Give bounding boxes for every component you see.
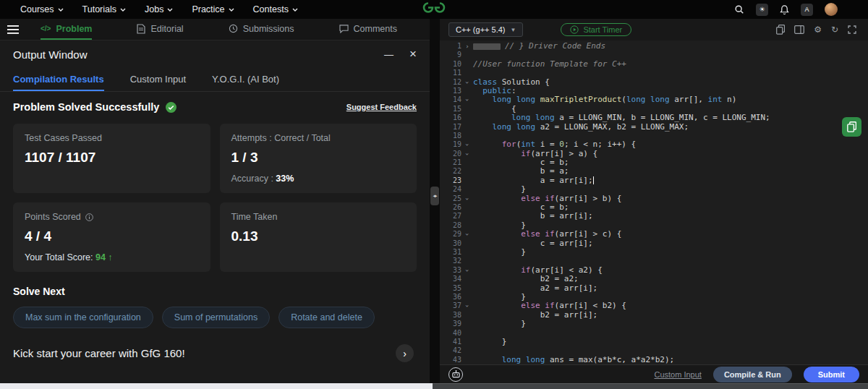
token: // } Driver Code Ends xyxy=(505,41,605,51)
right-panel: C++ (g++ 5.4) ▼ Start Timer ⚙ ↻ xyxy=(440,19,868,383)
token xyxy=(511,95,516,104)
card-label: Attempts : Correct / Total xyxy=(231,133,406,143)
code-text: // } Driver Code Ends xyxy=(473,42,605,51)
line-number: 20 xyxy=(440,150,461,158)
nav-item-courses[interactable]: Courses xyxy=(20,4,64,14)
token: arr[], xyxy=(670,95,708,104)
theme-toggle-icon[interactable]: ☀ xyxy=(756,4,768,16)
editor-toolbar-icons: ⚙ ↻ xyxy=(776,25,859,35)
divider-drag-handle[interactable]: ◂▸ xyxy=(430,187,439,205)
split-view-icon[interactable] xyxy=(794,25,804,34)
token: n) xyxy=(722,95,736,104)
language-selector[interactable]: C++ (g++ 5.4) ▼ xyxy=(448,22,523,37)
line-number: 9 xyxy=(440,51,461,59)
submit-button[interactable]: Submit xyxy=(804,367,859,382)
tab-comments[interactable]: Comments xyxy=(339,19,397,40)
minimize-icon[interactable]: — xyxy=(384,49,393,60)
tab-editorial[interactable]: Editorial xyxy=(137,19,183,40)
chevron-down-icon xyxy=(58,8,64,12)
line-number: 25 xyxy=(440,194,461,203)
hamburger-menu-icon[interactable] xyxy=(7,25,19,34)
nav-item-tutorials[interactable]: Tutorials xyxy=(82,4,126,14)
code-line[interactable]: 10//User function Template for C++ xyxy=(440,60,868,69)
code-editor[interactable]: 1›// } Driver Code Ends910//User functio… xyxy=(440,40,868,364)
token: c = b; xyxy=(473,158,569,167)
text-cursor xyxy=(593,176,594,184)
tab-submissions[interactable]: Submissions xyxy=(229,19,294,40)
info-icon[interactable] xyxy=(85,213,93,221)
fold-marker-icon[interactable]: › xyxy=(461,42,473,51)
gfg-logo[interactable] xyxy=(422,1,446,18)
copy-code-icon[interactable] xyxy=(776,25,785,35)
fullscreen-icon[interactable] xyxy=(848,25,856,34)
tab-compilation-results[interactable]: Compilation Results xyxy=(13,68,104,91)
search-icon[interactable] xyxy=(734,4,744,14)
code-line[interactable]: 31 } xyxy=(440,248,868,257)
token: if xyxy=(545,301,554,310)
token xyxy=(473,113,511,122)
tab-problem[interactable]: </>Problem xyxy=(41,19,92,40)
token: if xyxy=(521,149,530,158)
fold-marker-icon[interactable]: › xyxy=(461,140,473,149)
settings-gear-icon[interactable]: ⚙ xyxy=(814,25,822,35)
code-line[interactable]: 43 long long ans = max(a*b*c, a*a2*b2); xyxy=(440,356,868,364)
fold-marker-icon[interactable]: › xyxy=(461,150,473,158)
fold-gutter xyxy=(461,338,473,346)
start-timer-button[interactable]: Start Timer xyxy=(561,23,631,36)
fold-marker-icon[interactable]: › xyxy=(461,230,473,239)
fold-gutter xyxy=(461,87,473,95)
code-line[interactable]: 17 long long a2 = LLONG_MAX, b2 = LLONG_… xyxy=(440,123,868,132)
tab-custom-input[interactable]: Custom Input xyxy=(130,68,186,91)
nav-item-jobs[interactable]: Jobs xyxy=(145,4,173,14)
fold-marker-icon[interactable]: › xyxy=(461,266,473,275)
ai-assistant-icon[interactable] xyxy=(448,367,463,382)
nav-item-practice[interactable]: Practice xyxy=(192,4,234,14)
card-sub-value: 94 xyxy=(95,252,106,262)
token: if xyxy=(545,194,554,203)
up-arrow-icon: ↑ xyxy=(106,252,113,262)
token xyxy=(473,229,521,239)
tab-y-o-g-i-ai-bot[interactable]: Y.O.G.I. (AI Bot) xyxy=(212,68,279,91)
floating-copy-button[interactable] xyxy=(842,117,861,137)
nav-item-contests[interactable]: Contests xyxy=(253,4,298,14)
main-split: </>ProblemEditorialSubmissionsComments O… xyxy=(0,19,868,383)
token: ans = max(a*b*c, a*a2*b2); xyxy=(545,355,674,364)
token xyxy=(473,122,493,132)
suggestion-pill-max-sum-in-the-configuration[interactable]: Max sum in the configuration xyxy=(13,307,153,328)
fold-gutter xyxy=(461,158,473,167)
suggestion-pill-rotate-and-delete[interactable]: Rotate and delete xyxy=(278,307,375,328)
close-icon[interactable]: × xyxy=(409,47,417,61)
bell-icon[interactable] xyxy=(780,4,789,15)
token: long xyxy=(502,355,522,364)
fold-marker-icon[interactable]: › xyxy=(461,95,473,104)
token: } xyxy=(473,247,526,257)
token: } xyxy=(473,221,526,230)
token: } xyxy=(473,292,526,302)
custom-input-link[interactable]: Custom Input xyxy=(654,370,701,379)
user-avatar[interactable] xyxy=(825,3,838,16)
suggestion-pill-sum-of-permutations[interactable]: Sum of permutations xyxy=(162,307,270,328)
card-sub-value: 33% xyxy=(276,174,294,184)
translate-icon[interactable]: A xyxy=(801,4,813,16)
code-line[interactable]: 41 } xyxy=(440,338,868,346)
tab-label: Submissions xyxy=(243,24,294,34)
code-line[interactable]: 39 } xyxy=(440,320,868,328)
compile-run-button[interactable]: Compile & Run xyxy=(713,367,792,382)
code-text: long long ans = max(a*b*c, a*a2*b2); xyxy=(473,356,674,364)
fold-marker-icon[interactable]: › xyxy=(461,302,473,310)
token xyxy=(473,86,482,95)
fold-marker-icon[interactable]: › xyxy=(461,194,473,203)
token: } xyxy=(473,337,506,346)
code-line[interactable]: 1›// } Driver Code Ends xyxy=(440,42,868,51)
fold-gutter xyxy=(461,185,473,194)
fold-gutter xyxy=(461,203,473,212)
nav-item-label: Contests xyxy=(253,4,289,14)
suggest-feedback-link[interactable]: Suggest Feedback xyxy=(346,103,417,111)
fold-marker-icon[interactable]: › xyxy=(461,78,473,87)
reset-code-icon[interactable]: ↻ xyxy=(831,25,838,35)
card-sub: Your Total Score: 94 ↑ xyxy=(25,252,199,262)
folded-code-box[interactable] xyxy=(473,43,501,50)
token xyxy=(473,355,502,364)
banner-next-button[interactable]: › xyxy=(396,344,414,362)
panel-divider: ◂▸ xyxy=(430,19,440,383)
